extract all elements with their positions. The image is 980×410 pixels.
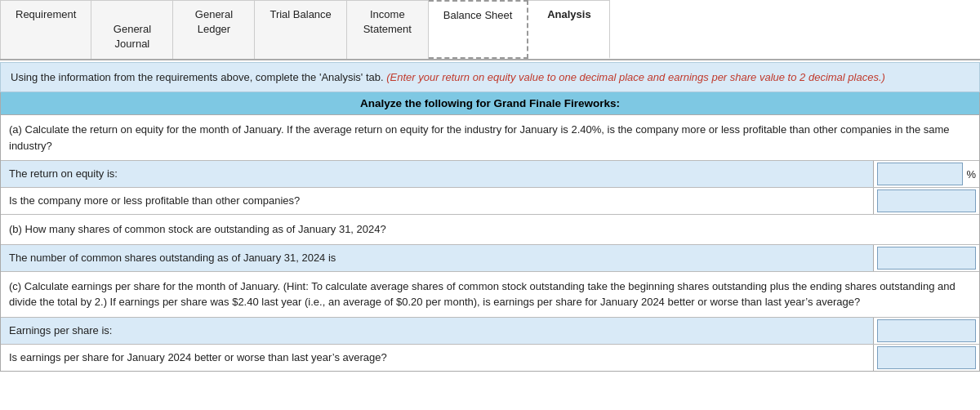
- part-b-row1: The number of common shares outstanding …: [1, 245, 979, 272]
- tab-requirement[interactable]: Requirement: [0, 0, 91, 59]
- part-b-question: (b) How many shares of common stock are …: [1, 215, 979, 245]
- tab-general-ledger[interactable]: GeneralLedger: [173, 0, 255, 59]
- part-a-return-equity-cell: %: [873, 161, 979, 187]
- part-a-profitability-cell: [873, 188, 979, 214]
- part-b-shares-cell: [873, 245, 979, 271]
- part-c-row2-label: Is earnings per share for January 2024 b…: [1, 345, 873, 371]
- tab-trial-balance[interactable]: Trial Balance: [255, 0, 346, 59]
- part-a-row1-label: The return on equity is:: [1, 161, 873, 187]
- part-c-eps-input[interactable]: [877, 319, 976, 342]
- part-a-return-equity-input[interactable]: [877, 163, 963, 185]
- tab-bar: Requirement GeneralJournal GeneralLedger…: [0, 0, 980, 60]
- part-a-pct-symbol: %: [966, 168, 976, 180]
- tab-analysis[interactable]: Analysis: [528, 0, 610, 59]
- part-b-row1-label: The number of common shares outstanding …: [1, 245, 873, 271]
- part-a-row1: The return on equity is: %: [1, 161, 979, 188]
- part-a-row2: Is the company more or less profitable t…: [1, 188, 979, 215]
- tab-general-journal[interactable]: GeneralJournal: [91, 0, 173, 59]
- part-c-eps-cell: [873, 318, 979, 344]
- part-c-better-worse-input[interactable]: [877, 346, 976, 369]
- part-c-row2: Is earnings per share for January 2024 b…: [1, 345, 979, 371]
- tab-income-statement[interactable]: IncomeStatement: [347, 0, 429, 59]
- part-a-profitability-input[interactable]: [877, 189, 976, 212]
- part-b-shares-input[interactable]: [877, 247, 976, 270]
- instruction-box: Using the information from the requireme…: [0, 62, 980, 93]
- section-header: Analyze the following for Grand Finale F…: [1, 92, 979, 115]
- part-a-row2-label: Is the company more or less profitable t…: [1, 188, 873, 214]
- part-c-row1: Earnings per share is:: [1, 318, 979, 345]
- content-area: Analyze the following for Grand Finale F…: [0, 92, 980, 372]
- tab-balance-sheet[interactable]: Balance Sheet: [429, 0, 529, 59]
- part-c-question: (c) Calculate earnings per share for the…: [1, 272, 979, 318]
- part-a-question: (a) Calculate the return on equity for t…: [1, 115, 979, 161]
- part-c-row1-label: Earnings per share is:: [1, 318, 873, 344]
- part-c-better-worse-cell: [873, 345, 979, 371]
